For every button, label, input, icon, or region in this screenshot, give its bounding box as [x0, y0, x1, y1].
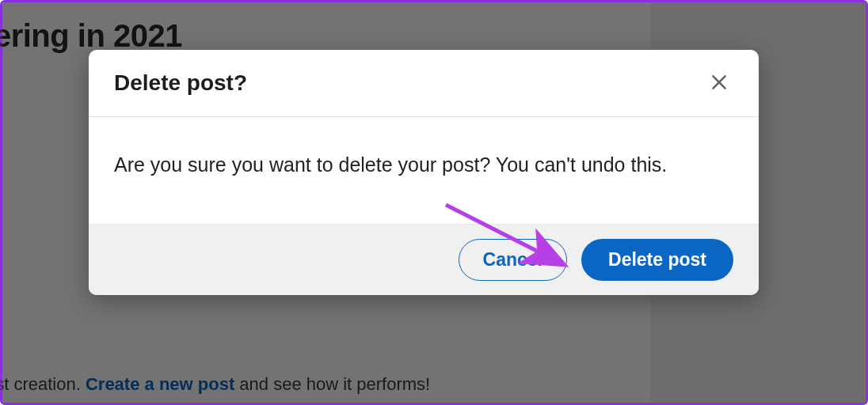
- dialog-header: Delete post?: [89, 50, 759, 117]
- delete-post-dialog: Delete post? Are you sure you want to de…: [89, 50, 759, 295]
- cancel-button[interactable]: Cancel: [459, 239, 567, 281]
- dialog-title: Delete post?: [114, 70, 247, 96]
- close-icon: [709, 72, 729, 95]
- close-button[interactable]: [702, 66, 737, 100]
- dialog-body: Are you sure you want to delete your pos…: [89, 117, 759, 224]
- app-frame: al engineering in 2021 ion for the me of…: [0, 0, 868, 405]
- dialog-footer: Cancel Delete post: [89, 224, 759, 295]
- delete-post-button[interactable]: Delete post: [581, 239, 733, 281]
